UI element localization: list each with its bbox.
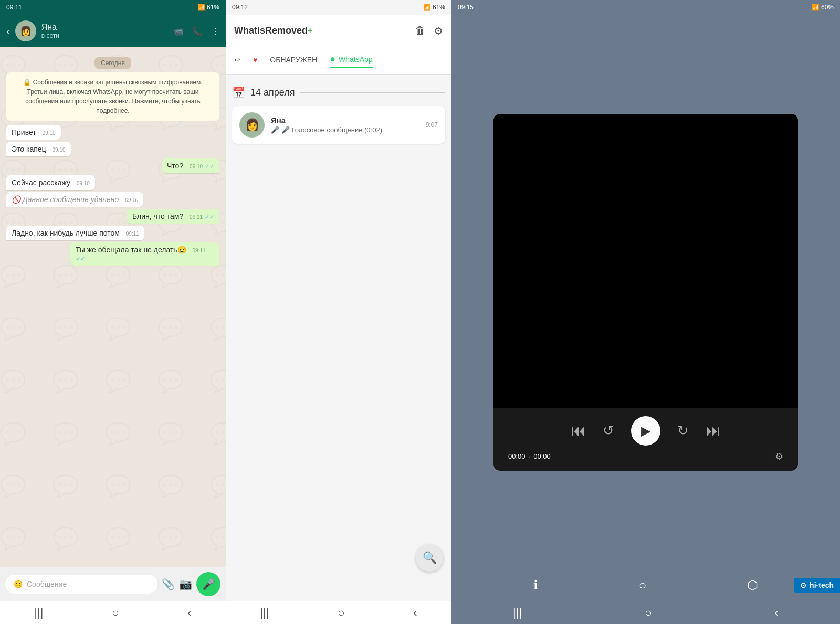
video-call-icon[interactable]: 📹	[173, 26, 184, 36]
fab-search-button[interactable]: 🔍	[416, 544, 443, 572]
calendar-icon: 📅	[232, 86, 245, 99]
player-status-bar: 09:15 📶 60%	[452, 0, 840, 15]
removed-status-bar: 09:12 📶 61%	[226, 0, 452, 15]
video-area	[494, 114, 798, 408]
message-bubble-sent: Ты же обещала так не делать😢 09:11 ✓✓	[70, 242, 219, 266]
nav-home-button[interactable]: ○	[645, 606, 652, 620]
removed-header: WhatisRemoved+ 🗑 ⚙	[226, 15, 452, 47]
message-bubble-sent: Блин, что там? 09:11 ✓✓	[127, 209, 219, 224]
app-title: WhatisRemoved+	[234, 25, 312, 36]
time-separator: ·	[529, 452, 531, 460]
forward-button[interactable]: ↻	[677, 422, 689, 439]
whatsapp-chat-panel: 09:11 📶 61% ‹ 👩 Яна в сети 📹 📞 ⋮ Сегодня…	[0, 0, 226, 624]
sender-avatar: 👩	[239, 112, 265, 138]
message-row: 🚫 Данное сообщение удалено 09:10	[6, 192, 219, 207]
message-row: Ладно, как нибудь лучше потом 09:11	[6, 226, 219, 240]
player-settings-icon[interactable]: ⚙	[775, 451, 783, 462]
more-options-icon[interactable]: ⋮	[211, 26, 219, 36]
nav-home-icon[interactable]: ○	[639, 578, 647, 593]
date-divider: Сегодня	[6, 58, 219, 67]
removed-status-icons: 📶 61%	[423, 4, 445, 11]
date-label: 14 апреля	[250, 87, 295, 98]
sender-name: Яна	[271, 116, 419, 125]
whatisremoved-panel: 09:12 📶 61% WhatisRemoved+ 🗑 ⚙ ↩ ♥ ОБНАР…	[226, 0, 452, 624]
date-section: 📅 14 апреля	[232, 86, 445, 99]
security-notice[interactable]: 🔒 Сообщения и звонки защищены сквозным ш…	[6, 72, 219, 121]
nav-back-button[interactable]: |||	[34, 606, 43, 620]
rewind-button[interactable]: ↺	[603, 422, 614, 439]
emoji-icon: 🙂	[14, 580, 23, 588]
nav-back-button[interactable]: |||	[260, 606, 269, 620]
player-controls: ⏮ ↺ ▶ ↻ ⏭ 00:00 · 00:00 ⚙	[494, 408, 798, 471]
message-input[interactable]: 🙂 Сообщение	[5, 575, 158, 594]
date-divider-line	[300, 92, 445, 93]
message-content: 🎤 🎤 Голосовое сообщение (0:02)	[271, 126, 419, 134]
settings-icon[interactable]: ⚙	[434, 25, 443, 37]
player-status-icons: 📶 60%	[812, 4, 834, 11]
removed-nav-bar: ||| ○ ‹	[226, 601, 452, 624]
nav-back-button[interactable]: |||	[513, 606, 522, 620]
message-info: Яна 🎤 🎤 Голосовое сообщение (0:02)	[271, 116, 419, 134]
message-bubble-received: Привет 09:10	[6, 125, 61, 140]
whatsapp-icon: ●	[330, 54, 335, 65]
voice-call-icon[interactable]: 📞	[192, 26, 203, 36]
tab-favorites[interactable]: ♥	[253, 56, 257, 66]
chat-status-bar: 09:11 📶 61%	[0, 0, 226, 15]
media-player-panel: 09:15 📶 60% ⏮ ↺ ▶ ↻ ⏭ 0	[452, 0, 840, 624]
status-time: 09:11	[6, 4, 22, 11]
message-bubble-received: Ладно, как нибудь лучше потом 09:11	[6, 226, 144, 240]
message-row: Сейчас расскажу 09:10	[6, 175, 219, 190]
chat-input-bar: 🙂 Сообщение 📎 📷 🎤	[0, 567, 226, 601]
back-button[interactable]: ‹	[6, 25, 10, 37]
chat-header: ‹ 👩 Яна в сети 📹 📞 ⋮	[0, 15, 226, 47]
message-time: 9:07	[426, 121, 438, 129]
hitech-badge[interactable]: ⊙ hi-tech	[794, 578, 840, 593]
contact-info: Яна в сети	[41, 23, 168, 39]
chat-body: Сегодня 🔒 Сообщения и звонки защищены ск…	[0, 47, 226, 567]
message-row: Это капец 09:10	[6, 142, 219, 156]
message-row: Ты же обещала так не делать😢 09:11 ✓✓	[6, 242, 219, 266]
removed-status-time: 09:12	[232, 4, 248, 11]
hitech-logo: ⊙	[800, 581, 806, 589]
nav-recents-button[interactable]: ‹	[775, 606, 779, 620]
play-button[interactable]: ▶	[631, 416, 660, 446]
player-controls-row: ⏮ ↺ ▶ ↻ ⏭	[506, 416, 785, 446]
attach-icon[interactable]: 📎	[162, 578, 175, 590]
share-icon[interactable]: ⬡	[747, 578, 758, 593]
contact-name: Яна	[41, 23, 168, 32]
nav-home-button[interactable]: ○	[338, 606, 344, 620]
chat-nav-bar: ||| ○ ‹	[0, 601, 226, 624]
message-row: Что? 09:10 ✓✓	[6, 158, 219, 173]
nav-recents-button[interactable]: ‹	[413, 606, 417, 620]
player-nav-bar: ||| ○ ‹	[452, 601, 840, 624]
prev-button[interactable]: ⏮	[571, 422, 586, 439]
current-time: 00:00	[508, 452, 526, 460]
message-bubble-sent: Что? 09:10 ✓✓	[162, 158, 219, 173]
contact-avatar[interactable]: 👩	[15, 20, 36, 41]
status-icons: 📶 61%	[197, 4, 219, 11]
heart-icon: ♥	[253, 56, 257, 64]
mic-button[interactable]: 🎤	[196, 572, 220, 596]
history-icon: ↩	[234, 56, 240, 64]
chat-header-actions: 📹 📞 ⋮	[173, 26, 219, 36]
removed-header-actions: 🗑 ⚙	[415, 25, 443, 37]
play-icon: ▶	[641, 424, 650, 438]
message-row: Блин, что там? 09:11 ✓✓	[6, 209, 219, 224]
nav-home-button[interactable]: ○	[112, 606, 119, 620]
hitech-text: hi-tech	[810, 581, 834, 589]
removed-tabs: ↩ ♥ ОБНАРУЖЕН ● Яна WhatsApp	[226, 47, 452, 75]
tab-whatsapp[interactable]: ● Яна WhatsApp	[330, 54, 372, 68]
player-bottom-bar: ℹ ○ ⬡	[452, 569, 840, 601]
tab-detected[interactable]: ОБНАРУЖЕН	[270, 56, 317, 66]
nav-recents-button[interactable]: ‹	[187, 606, 191, 620]
player-status-time: 09:15	[458, 4, 474, 11]
player-time-row: 00:00 · 00:00 ⚙	[506, 451, 785, 462]
deleted-message-bubble: 🚫 Данное сообщение удалено 09:10	[6, 192, 143, 207]
contact-status: в сети	[41, 32, 168, 39]
removed-message-item[interactable]: 👩 Яна 🎤 🎤 Голосовое сообщение (0:02) 9:0…	[232, 106, 445, 144]
next-button[interactable]: ⏭	[706, 422, 720, 439]
delete-icon[interactable]: 🗑	[415, 25, 425, 37]
tab-history[interactable]: ↩	[234, 56, 240, 66]
camera-icon[interactable]: 📷	[179, 578, 192, 590]
info-icon[interactable]: ℹ	[533, 578, 538, 593]
